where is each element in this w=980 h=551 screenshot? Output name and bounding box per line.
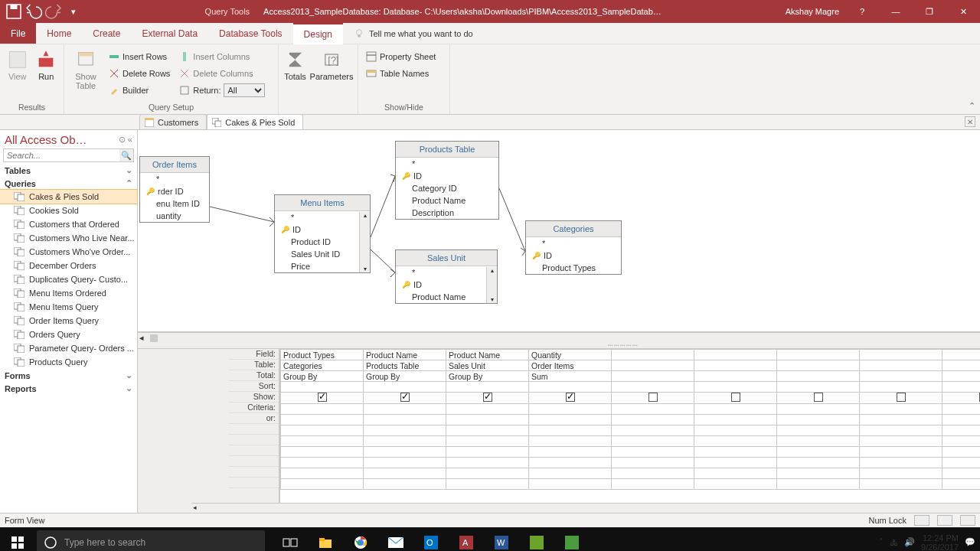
tab-file[interactable]: File (0, 23, 36, 44)
outlook-icon[interactable]: O (413, 527, 449, 551)
table-box[interactable]: Sales Unit*🔑IDProduct Name▴▾ (395, 249, 498, 304)
nav-group-forms[interactable]: Forms⌄ (0, 369, 137, 382)
nav-item[interactable]: Cakes & Pies Sold (0, 190, 137, 204)
grid-cell[interactable]: Products Table (364, 360, 446, 371)
grid-cell[interactable]: Group By (281, 371, 364, 382)
grid-cell[interactable] (777, 393, 860, 404)
view-datasheet-icon[interactable] (914, 515, 929, 526)
grid-cell[interactable]: Product Name (364, 350, 446, 360)
taskbar-search[interactable]: Type here to search (37, 530, 265, 552)
delete-columns-button[interactable]: Delete Columns (176, 66, 268, 81)
search-icon[interactable]: 🔍 (119, 149, 133, 161)
grid-cell[interactable] (694, 382, 777, 393)
grid-cell[interactable] (446, 415, 529, 425)
property-sheet-button[interactable]: Property Sheet (363, 49, 439, 64)
chrome-icon[interactable] (343, 527, 378, 551)
grid-cell[interactable] (942, 371, 981, 382)
builder-button[interactable]: Builder (106, 83, 173, 98)
grid-cell[interactable] (281, 404, 364, 415)
grid-cell[interactable]: Product Types (281, 350, 364, 360)
table-box[interactable]: Order Items*🔑rder IDenu Item IDuantity (139, 156, 210, 223)
grid-cell[interactable] (860, 350, 942, 360)
system-tray[interactable]: ˄ 🖧 🔊 12:24 PM9/26/2017 💬 (879, 533, 980, 552)
grid-cell[interactable]: Group By (446, 371, 529, 382)
grid-cell[interactable] (612, 415, 694, 425)
close-button[interactable]: ✕ (946, 0, 980, 23)
tell-me-search[interactable]: Tell me what you want to do (343, 23, 473, 44)
nav-item[interactable]: Products Query (0, 355, 137, 369)
grid-cell[interactable] (942, 382, 981, 393)
view-sql-icon[interactable] (937, 515, 952, 526)
notifications-icon[interactable]: 💬 (965, 537, 975, 547)
grid-cell[interactable] (694, 404, 777, 415)
word-icon[interactable]: W (484, 527, 519, 551)
grid-cell[interactable] (364, 393, 446, 404)
canvas-hscroll[interactable]: ◂ ▸ (138, 332, 980, 343)
grid-cell[interactable] (942, 415, 981, 425)
grid-cell[interactable] (529, 415, 612, 425)
tray-chevron-icon[interactable]: ˄ (879, 537, 884, 547)
taskbar-clock[interactable]: 12:24 PM9/26/2017 (921, 533, 959, 552)
nav-search[interactable]: 🔍 (3, 148, 134, 162)
tab-database-tools[interactable]: Database Tools (208, 23, 293, 44)
nav-item[interactable]: Customers Who've Order... (0, 245, 137, 259)
view-design-icon[interactable] (960, 515, 975, 526)
grid-cell[interactable]: Order Items (529, 360, 612, 371)
grid-cell[interactable] (777, 350, 860, 360)
nav-item[interactable]: Customers Who Live Near... (0, 231, 137, 245)
nav-item[interactable]: December Orders (0, 259, 137, 272)
tab-create[interactable]: Create (82, 23, 131, 44)
grid-cell[interactable]: Sales Unit (446, 360, 529, 371)
grid-cell[interactable] (529, 404, 612, 415)
explorer-icon[interactable] (308, 527, 343, 551)
grid-cell[interactable] (860, 393, 942, 404)
grid-cell[interactable]: Quantity (529, 350, 612, 360)
task-view-icon[interactable] (273, 527, 308, 551)
qat-dropdown-icon[interactable]: ▾ (64, 2, 83, 21)
grid-cell[interactable] (612, 350, 694, 360)
pane-splitter[interactable]: ┄┄┄┄┄ (138, 343, 980, 349)
table-box[interactable]: Menu Items*🔑IDProduct IDSales Unit IDPri… (274, 194, 371, 273)
nav-group-tables[interactable]: Tables⌄ (0, 164, 137, 177)
delete-rows-button[interactable]: Delete Rows (106, 66, 173, 81)
nav-group-queries[interactable]: Queries⌃ (0, 177, 137, 190)
app-icon-2[interactable] (554, 527, 590, 551)
grid-cell[interactable] (694, 415, 777, 425)
grid-cell[interactable] (860, 404, 942, 415)
grid-table[interactable]: Product TypesProduct NameProduct NameQua… (280, 349, 980, 513)
start-button[interactable] (0, 527, 35, 551)
grid-cell[interactable]: Product Name (446, 350, 529, 360)
totals-button[interactable]: Totals (283, 47, 307, 81)
grid-cell[interactable] (942, 350, 981, 360)
grid-cell[interactable] (364, 415, 446, 425)
grid-cell[interactable] (694, 393, 777, 404)
grid-cell[interactable] (446, 404, 529, 415)
redo-icon[interactable] (44, 2, 63, 21)
grid-cell[interactable] (694, 360, 777, 371)
return-dropdown[interactable]: Return:All (176, 83, 268, 98)
grid-hscroll[interactable]: ◂▸ (191, 503, 980, 513)
nav-item[interactable]: Customers that Ordered (0, 217, 137, 231)
grid-cell[interactable] (612, 371, 694, 382)
nav-item[interactable]: Orders Query (0, 328, 137, 341)
nav-item[interactable]: Menu Items Ordered (0, 286, 137, 300)
view-button[interactable]: View (5, 47, 31, 81)
grid-cell[interactable] (777, 404, 860, 415)
grid-cell[interactable] (281, 415, 364, 425)
grid-cell[interactable] (612, 393, 694, 404)
nav-item[interactable]: Menu Items Query (0, 300, 137, 314)
grid-cell[interactable] (860, 371, 942, 382)
doc-tab-cakes-pies[interactable]: Cakes & Pies Sold (207, 114, 303, 129)
grid-cell[interactable] (612, 360, 694, 371)
user-name[interactable]: Akshay Magre (779, 7, 845, 16)
grid-cell[interactable] (777, 415, 860, 425)
table-relations-canvas[interactable]: Order Items*🔑rder IDenu Item IDuantityMe… (138, 130, 980, 332)
nav-item[interactable]: Order Items Query (0, 314, 137, 328)
grid-cell[interactable] (942, 404, 981, 415)
close-doc-icon[interactable]: ✕ (965, 116, 975, 127)
grid-cell[interactable] (446, 393, 529, 404)
grid-cell[interactable] (612, 382, 694, 393)
parameters-button[interactable]: [?]Parameters (310, 47, 353, 81)
insert-rows-button[interactable]: Insert Rows (106, 49, 173, 64)
doc-tab-customers[interactable]: Customers (139, 114, 207, 129)
